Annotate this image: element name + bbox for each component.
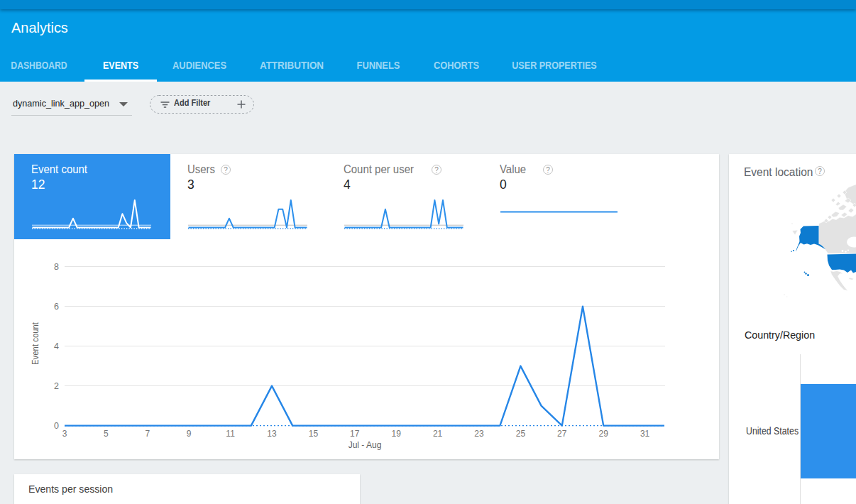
svg-text:4: 4	[54, 341, 59, 351]
svg-text:23: 23	[474, 429, 484, 439]
svg-text:5: 5	[104, 429, 109, 439]
svg-text:7: 7	[145, 429, 150, 439]
svg-text:13: 13	[267, 429, 277, 439]
svg-text:17: 17	[350, 429, 360, 439]
svg-text:Jul - Aug: Jul - Aug	[349, 440, 382, 450]
svg-text:3: 3	[62, 429, 67, 439]
svg-text:8: 8	[54, 262, 59, 272]
svg-text:19: 19	[392, 429, 402, 439]
svg-text:21: 21	[433, 429, 443, 439]
svg-text:11: 11	[226, 429, 235, 439]
svg-text:15: 15	[309, 429, 319, 439]
svg-text:27: 27	[557, 429, 567, 439]
svg-text:6: 6	[54, 302, 59, 312]
svg-text:0: 0	[54, 421, 59, 431]
svg-text:Event count: Event count	[30, 322, 40, 365]
svg-text:9: 9	[187, 429, 192, 439]
svg-text:2: 2	[54, 381, 59, 391]
svg-text:29: 29	[599, 429, 609, 439]
svg-text:31: 31	[640, 429, 650, 439]
svg-text:25: 25	[516, 429, 526, 439]
